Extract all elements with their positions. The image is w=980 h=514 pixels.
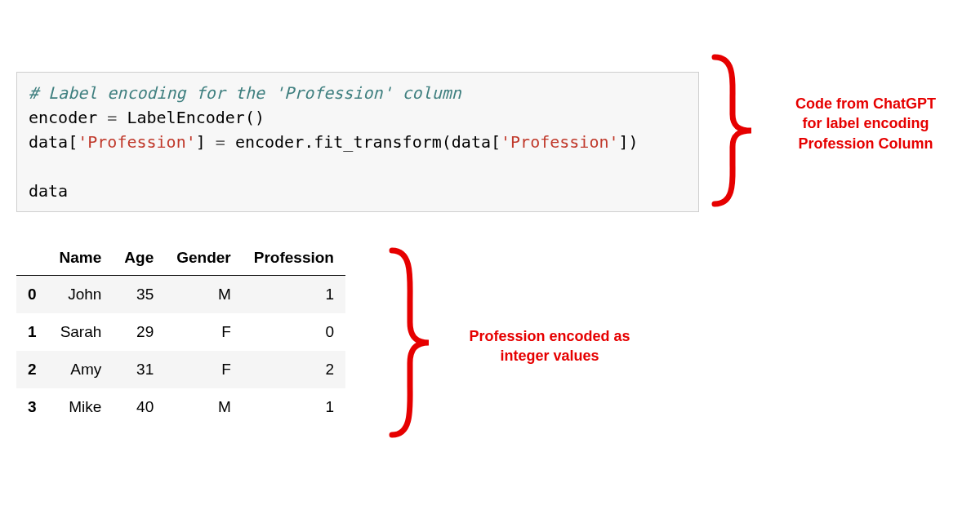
table-row: 3 Mike 40 M 1 (16, 388, 345, 426)
cell-profession: 1 (243, 276, 345, 314)
cell-name: Amy (48, 351, 114, 388)
cell-profession: 1 (243, 388, 345, 426)
annotation-line: Profession Column (798, 135, 933, 152)
row-index: 2 (16, 351, 48, 388)
cell-name: John (48, 276, 114, 314)
code-text: data (29, 181, 68, 201)
annotation-line: Code from ChatGPT (795, 95, 936, 112)
table-row: 2 Amy 31 F 2 (16, 351, 345, 388)
code-op: = (107, 108, 127, 127)
code-cell: # Label encoding for the 'Profession' co… (16, 72, 699, 212)
table-header-profession: Profession (243, 241, 345, 276)
code-text: data[ (29, 132, 78, 152)
annotation-code: Code from ChatGPT for label encoding Pro… (768, 94, 964, 153)
table-header-name: Name (48, 241, 114, 276)
data-table: Name Age Gender Profession 0 John 35 M 1… (16, 241, 345, 426)
cell-age: 29 (113, 313, 165, 351)
code-string: 'Profession' (78, 132, 196, 152)
row-index: 0 (16, 276, 48, 314)
cell-gender: M (165, 388, 243, 426)
cell-name: Sarah (48, 313, 114, 351)
curly-brace-icon (384, 241, 441, 445)
dataframe-output: Name Age Gender Profession 0 John 35 M 1… (16, 241, 345, 426)
cell-gender: F (165, 351, 243, 388)
table-row: 0 John 35 M 1 (16, 276, 345, 314)
table-header-gender: Gender (165, 241, 243, 276)
table-header-age: Age (113, 241, 165, 276)
cell-profession: 0 (243, 313, 345, 351)
row-index: 3 (16, 388, 48, 426)
annotation-line: Profession encoded as (469, 328, 630, 344)
curly-brace-icon (706, 49, 764, 212)
code-text: ] (196, 132, 216, 152)
code-text: encoder.fit_transform(data[ (235, 132, 501, 152)
code-text: ]) (619, 132, 639, 152)
code-text: encoder (29, 108, 107, 127)
cell-gender: F (165, 313, 243, 351)
table-header-blank (16, 241, 48, 276)
table-row: 1 Sarah 29 F 0 (16, 313, 345, 351)
cell-age: 31 (113, 351, 165, 388)
cell-gender: M (165, 276, 243, 314)
code-comment: # Label encoding for the 'Profession' co… (29, 83, 461, 103)
cell-age: 35 (113, 276, 165, 314)
annotation-line: for label encoding (802, 115, 929, 131)
code-string: 'Profession' (501, 132, 619, 152)
annotation-line: integer values (500, 348, 599, 364)
cell-name: Mike (48, 388, 114, 426)
cell-profession: 2 (243, 351, 345, 388)
code-text: LabelEncoder() (127, 108, 265, 127)
cell-age: 40 (113, 388, 165, 426)
row-index: 1 (16, 313, 48, 351)
code-op: = (216, 132, 235, 152)
table-header-row: Name Age Gender Profession (16, 241, 345, 276)
annotation-table: Profession encoded as integer values (443, 326, 656, 366)
